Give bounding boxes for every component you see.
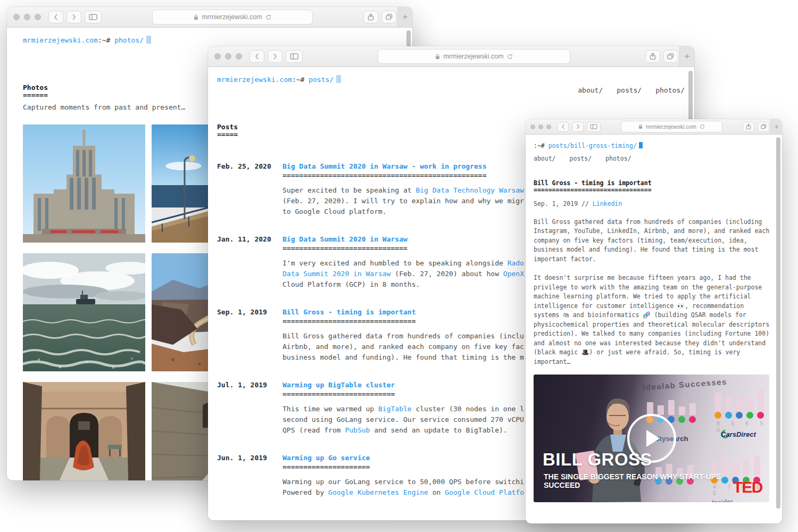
terminal-cursor (146, 36, 151, 44)
post-title-link[interactable]: Bill Gross - timing is important (282, 309, 415, 316)
inline-link[interactable]: Rado (508, 259, 524, 267)
linkedin-link[interactable]: Linkedin (593, 200, 622, 207)
lock-icon (435, 54, 440, 60)
inline-link[interactable]: Google Cloud Platfo (445, 488, 524, 496)
post-excerpt: Warming up our GoLang service to 50,000 … (282, 477, 524, 498)
nav-about[interactable]: about/ (534, 155, 556, 162)
back-button[interactable] (250, 50, 264, 63)
share-button[interactable] (743, 122, 754, 132)
new-tab-button[interactable]: + (679, 46, 694, 66)
nav-about[interactable]: about/ (578, 86, 603, 94)
post-date: Feb. 25, 2020 (217, 161, 282, 217)
post-paragraph: Bill Gross gathered data from hundreds o… (534, 218, 774, 264)
desktop: mrmierzejewski.com + mrmierzejewski.com:… (0, 0, 798, 532)
zoom-window-button[interactable] (236, 53, 242, 60)
post-paragraph: It doesn't surprise me because fifteen y… (534, 273, 774, 367)
home-link[interactable]: mrmierzejewski.com (217, 76, 292, 84)
post-title-link[interactable]: Big Data Summit 2020 in Warsaw (282, 236, 408, 243)
url-text: mrmierzejewski.com (646, 123, 696, 130)
minimize-window-button[interactable] (538, 124, 543, 129)
home-link[interactable]: mrmierzejewski.com (23, 36, 98, 44)
forward-button[interactable] (66, 11, 81, 23)
share-button[interactable] (645, 50, 660, 63)
scrollbar-thumb[interactable] (776, 137, 780, 509)
forward-button[interactable] (268, 50, 282, 63)
close-window-button[interactable] (214, 53, 221, 60)
address-bar[interactable]: mrmierzejewski.com (621, 121, 722, 132)
slide-bar-cluster (714, 389, 764, 419)
post-excerpt: This time we warmed up BigTable cluster … (282, 404, 524, 436)
nav-photos[interactable]: photos/ (605, 155, 631, 162)
post-title-link[interactable]: Big Data Summit 2020 in Warsaw - work in… (282, 163, 487, 170)
address-bar[interactable]: mrmierzejewski.com (378, 49, 571, 64)
window-controls (530, 124, 551, 129)
video-thumbnail[interactable]: Idealab Successes citysearch (534, 375, 769, 502)
share-button[interactable] (363, 11, 378, 23)
post-meta: Sep. 1, 2019 // Linkedin (534, 200, 774, 209)
browser-toolbar: mrmierzejewski.com + (208, 46, 694, 67)
address-bar[interactable]: mrmierzejewski.com (152, 10, 313, 24)
path-link[interactable]: photos/ (114, 36, 144, 44)
back-button[interactable] (557, 122, 569, 132)
sidebar-toggle-button[interactable] (85, 11, 102, 23)
close-window-button[interactable] (13, 14, 20, 20)
inline-link[interactable]: OpenX (503, 270, 524, 278)
forward-button[interactable] (572, 122, 584, 132)
reload-icon[interactable] (265, 14, 271, 20)
browser-toolbar: mrmierzejewski.com + (526, 119, 782, 135)
nav-photos[interactable]: photos/ (655, 86, 685, 94)
post-title-rule: ===================== (282, 463, 524, 471)
post-paragraphs: Bill Gross gathered data from hundreds o… (534, 218, 774, 367)
post-date: Jul. 1, 2019 (217, 380, 282, 436)
sidebar-toggle-button[interactable] (286, 50, 303, 63)
tabs-button[interactable] (381, 11, 396, 23)
inline-link[interactable]: Big Data Technology Warsaw (415, 186, 524, 194)
post-title-link[interactable]: Warming up Go service (282, 454, 370, 462)
inline-link[interactable]: BigTable (378, 405, 412, 413)
terminal-prompt: mrmierzejewski.com:~# posts/ (217, 74, 341, 85)
url-text: mrmierzejewski.com (443, 53, 503, 60)
inline-link[interactable]: Data Summit 2020 in Warsaw (282, 270, 391, 278)
close-window-button[interactable] (530, 124, 535, 129)
post-date: Jun. 1, 2019 (217, 453, 282, 498)
post-title-rule: ================================ (534, 187, 774, 194)
window-controls (13, 14, 41, 20)
photo-ship-at-sea[interactable] (23, 253, 145, 371)
reload-icon[interactable] (700, 124, 705, 129)
path-link[interactable]: posts/bill-gross-timing/ (548, 142, 637, 149)
video-speaker-name: BILL GROSS (543, 450, 652, 470)
video-caption: THE SINGLE BIGGEST REASON WHY START-UPS … (544, 472, 721, 489)
ted-logo: TED (733, 479, 763, 495)
tabs-button[interactable] (758, 122, 769, 132)
inline-link[interactable]: Google Kubernetes Engine (328, 488, 428, 496)
post-date: Sep. 1, 2019 (217, 307, 282, 363)
tabs-button[interactable] (663, 50, 678, 63)
new-tab-button[interactable]: + (770, 119, 782, 134)
photo-palace-of-culture[interactable] (23, 124, 145, 243)
sidebar-toggle-button[interactable] (587, 122, 601, 132)
reload-icon[interactable] (507, 54, 513, 60)
nav-posts[interactable]: posts/ (570, 155, 592, 162)
post-date: Jan. 11, 2020 (217, 234, 282, 290)
minimize-window-button[interactable] (225, 53, 231, 60)
post-title-link[interactable]: Warming up BigTable cluster (282, 381, 395, 389)
minimize-window-button[interactable] (24, 14, 30, 20)
scrollbar[interactable] (776, 135, 781, 522)
post-title-rule: =========================== (282, 390, 524, 398)
photo-temple-courtyard[interactable] (23, 382, 145, 480)
browser-window-post: mrmierzejewski.com + :~# posts/bill-gros… (526, 119, 782, 523)
zoom-window-button[interactable] (35, 14, 41, 20)
post-excerpt: I'm very excited and humbled to be speak… (282, 258, 524, 290)
post-excerpt: Bill Gross gathered data from hundreds o… (282, 331, 524, 363)
terminal-prompt: :~# posts/bill-gross-timing/ (534, 142, 774, 150)
nav-posts[interactable]: posts/ (617, 86, 642, 94)
new-tab-button[interactable]: + (397, 7, 412, 27)
zoom-window-button[interactable] (546, 124, 551, 129)
inline-link[interactable]: PubSub (345, 426, 370, 434)
url-text: mrmierzejewski.com (202, 13, 262, 21)
lock-icon (194, 14, 198, 20)
post-excerpt: Super excited to be speaking at Big Data… (282, 185, 524, 217)
path-link[interactable]: posts/ (309, 76, 334, 84)
carsdirect-logo: CarsDirect (721, 430, 729, 438)
back-button[interactable] (48, 11, 63, 23)
